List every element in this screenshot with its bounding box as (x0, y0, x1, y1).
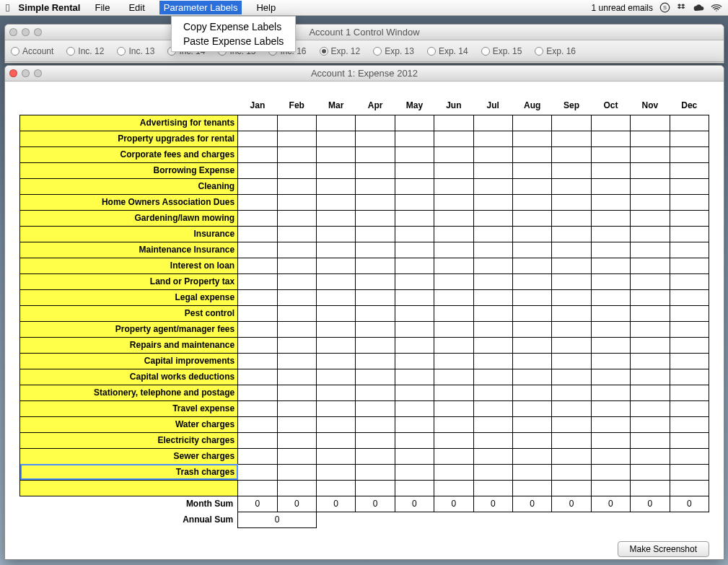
expense-cell[interactable] (591, 273, 630, 289)
expense-cell[interactable] (434, 162, 473, 178)
expense-cell[interactable] (316, 131, 355, 146)
expense-cell[interactable] (395, 448, 434, 464)
expense-cell[interactable] (356, 115, 395, 131)
radio-exp-13[interactable]: Exp. 13 (373, 46, 414, 56)
expense-cell[interactable] (512, 226, 551, 242)
expense-cell[interactable] (356, 178, 395, 194)
expense-cell[interactable] (356, 194, 395, 210)
menu-edit[interactable]: Edit (124, 1, 149, 14)
expense-cell[interactable] (670, 162, 709, 178)
expense-cell[interactable] (552, 400, 591, 416)
expense-cell[interactable] (552, 162, 591, 178)
expense-cell[interactable] (552, 210, 591, 226)
expense-cell[interactable] (552, 432, 591, 448)
expense-cell[interactable] (434, 115, 473, 131)
expense-cell[interactable] (356, 385, 395, 400)
expense-cell[interactable] (395, 258, 434, 273)
expense-cell[interactable] (316, 321, 355, 337)
expense-cell[interactable] (316, 353, 355, 369)
expense-cell[interactable] (473, 273, 512, 289)
expense-cell[interactable] (591, 115, 630, 131)
expense-cell[interactable] (670, 480, 709, 496)
expense-cell[interactable] (277, 416, 316, 432)
expense-cell[interactable] (434, 337, 473, 353)
expense-cell[interactable] (395, 273, 434, 289)
expense-row-label[interactable]: Pest control (20, 305, 238, 321)
expense-cell[interactable] (512, 432, 551, 448)
expense-row-label[interactable]: Gardening/lawn mowing (20, 210, 238, 226)
expense-cell[interactable] (473, 321, 512, 337)
expense-cell[interactable] (434, 210, 473, 226)
expense-cell[interactable] (277, 289, 316, 305)
expense-cell[interactable] (238, 400, 277, 416)
expense-cell[interactable] (277, 305, 316, 321)
zoom-icon[interactable] (34, 69, 42, 77)
expense-cell[interactable] (670, 369, 709, 385)
expense-cell[interactable] (552, 194, 591, 210)
expense-cell[interactable] (670, 289, 709, 305)
expense-cell[interactable] (473, 432, 512, 448)
expense-cell[interactable] (238, 226, 277, 242)
expense-cell[interactable] (316, 400, 355, 416)
expense-cell[interactable] (631, 289, 670, 305)
expense-cell[interactable] (512, 353, 551, 369)
expense-cell[interactable] (670, 432, 709, 448)
expense-cell[interactable] (395, 385, 434, 400)
expense-cell[interactable] (238, 289, 277, 305)
expense-cell[interactable] (316, 115, 355, 131)
expense-row-label[interactable]: Repairs and maintenance (20, 337, 238, 353)
expense-cell[interactable] (631, 242, 670, 258)
expense-cell[interactable] (473, 385, 512, 400)
status-unread-emails[interactable]: 1 unread emails (592, 3, 653, 13)
expense-row-label[interactable]: Property agent/manager fees (20, 321, 238, 337)
expense-cell[interactable] (238, 432, 277, 448)
expense-cell[interactable] (316, 416, 355, 432)
expense-cell[interactable] (591, 448, 630, 464)
expense-row-label[interactable]: Interest on loan (20, 258, 238, 273)
expense-cell[interactable] (356, 464, 395, 480)
expense-cell[interactable] (591, 178, 630, 194)
expense-cell[interactable] (277, 178, 316, 194)
expense-cell[interactable] (316, 258, 355, 273)
expense-cell[interactable] (238, 337, 277, 353)
expense-cell[interactable] (395, 226, 434, 242)
expense-cell[interactable] (316, 385, 355, 400)
expense-cell[interactable] (356, 131, 395, 146)
expense-cell[interactable] (238, 305, 277, 321)
expense-cell[interactable] (395, 353, 434, 369)
expense-cell[interactable] (552, 416, 591, 432)
expense-cell[interactable] (631, 480, 670, 496)
expense-cell[interactable] (512, 258, 551, 273)
expense-cell[interactable] (316, 226, 355, 242)
expense-cell[interactable] (238, 178, 277, 194)
expense-cell[interactable] (316, 289, 355, 305)
expense-cell[interactable] (316, 194, 355, 210)
expense-cell[interactable] (277, 385, 316, 400)
menu-file[interactable]: File (90, 1, 114, 14)
expense-cell[interactable] (434, 353, 473, 369)
expense-row-label[interactable]: Capital works deductions (20, 369, 238, 385)
expense-cell[interactable] (552, 178, 591, 194)
expense-cell[interactable] (238, 273, 277, 289)
expense-cell[interactable] (512, 242, 551, 258)
expense-cell[interactable] (473, 115, 512, 131)
expense-cell[interactable] (316, 162, 355, 178)
expense-cell[interactable] (356, 353, 395, 369)
expense-cell[interactable] (395, 289, 434, 305)
close-icon[interactable] (9, 28, 17, 36)
expense-cell[interactable] (591, 289, 630, 305)
expense-cell[interactable] (277, 337, 316, 353)
expense-cell[interactable] (631, 178, 670, 194)
expense-row-label[interactable]: Capital improvements (20, 353, 238, 369)
expense-cell[interactable] (395, 210, 434, 226)
radio-exp-16[interactable]: Exp. 16 (535, 46, 576, 56)
expense-cell[interactable] (631, 400, 670, 416)
expense-cell[interactable] (552, 115, 591, 131)
skype-icon[interactable]: S (659, 2, 670, 14)
expense-cell[interactable] (473, 337, 512, 353)
expense-cell[interactable] (631, 321, 670, 337)
expense-cell[interactable] (395, 369, 434, 385)
expense-cell[interactable] (591, 194, 630, 210)
expense-cell[interactable] (238, 131, 277, 146)
expense-row-label[interactable]: Cleaning (20, 178, 238, 194)
